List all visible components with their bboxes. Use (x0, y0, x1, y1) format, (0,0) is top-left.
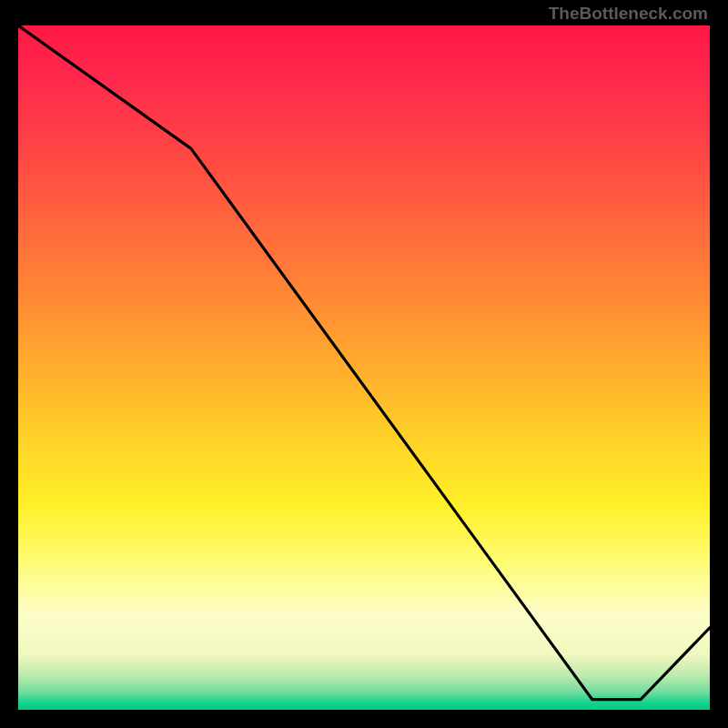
chart-plot-area (18, 25, 710, 710)
watermark-text: TheBottleneck.com (549, 4, 708, 24)
chart-line-path (18, 25, 710, 700)
chart-line-svg (18, 25, 710, 710)
